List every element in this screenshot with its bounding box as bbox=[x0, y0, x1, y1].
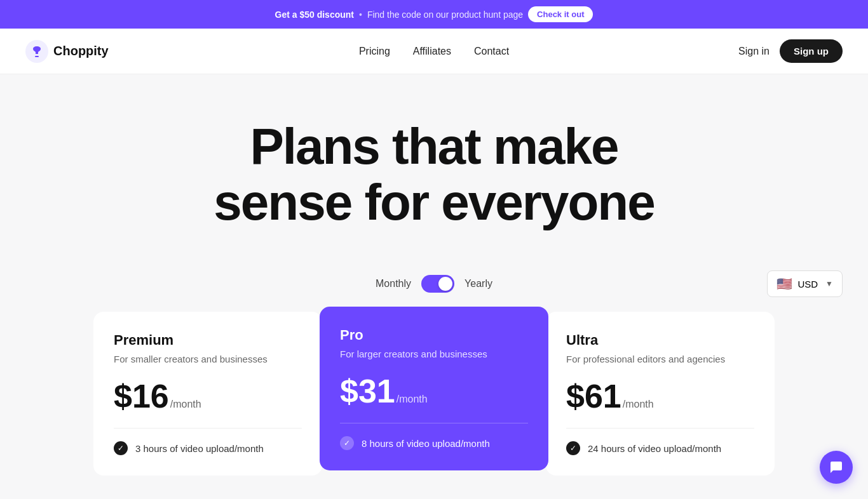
flag-icon: 🇺🇸 bbox=[776, 276, 792, 291]
banner-check-button[interactable]: Check it out bbox=[528, 6, 593, 22]
banner-text: Find the code on our product hunt page bbox=[367, 10, 523, 20]
plan-price-pro: $31 /month bbox=[340, 372, 528, 410]
plan-desc-pro: For larger creators and businesses bbox=[340, 349, 528, 359]
chat-bubble-button[interactable] bbox=[820, 451, 853, 476]
currency-label: USD bbox=[797, 279, 818, 289]
feature-text-ultra-1: 24 hours of video upload/month bbox=[588, 443, 721, 454]
logo-text: Choppity bbox=[53, 44, 109, 58]
pricing-cards: Premium For smaller creators and busines… bbox=[53, 312, 815, 476]
price-period-ultra: /month bbox=[623, 399, 654, 410]
sign-in-button[interactable]: Sign in bbox=[738, 46, 770, 57]
monthly-label: Monthly bbox=[376, 278, 411, 289]
card-divider-pro bbox=[340, 423, 528, 423]
feature-item-pro-1: ✓ 8 hours of video upload/month bbox=[340, 436, 528, 450]
logo[interactable]: Choppity bbox=[25, 40, 109, 63]
plan-desc-ultra: For professional editors and agencies bbox=[566, 354, 754, 364]
price-amount-ultra: $61 bbox=[566, 377, 621, 415]
chevron-down-icon: ▼ bbox=[825, 279, 833, 288]
plan-price-ultra: $61 /month bbox=[566, 377, 754, 415]
navigation: Choppity Pricing Affiliates Contact Sign… bbox=[0, 29, 868, 74]
banner-dot: • bbox=[359, 10, 362, 20]
currency-selector[interactable]: 🇺🇸 USD ▼ bbox=[767, 270, 843, 297]
chat-icon bbox=[829, 460, 844, 475]
feature-item-ultra-1: ✓ 24 hours of video upload/month bbox=[566, 441, 754, 455]
feature-text-pro-1: 8 hours of video upload/month bbox=[362, 438, 490, 449]
card-divider-ultra bbox=[566, 428, 754, 429]
check-icon-ultra-1: ✓ bbox=[566, 441, 580, 455]
feature-item-premium-1: ✓ 3 hours of video upload/month bbox=[114, 441, 302, 455]
hero-title: Plans that make sense for everyone bbox=[148, 119, 720, 230]
banner-discount: Get a $50 discount bbox=[275, 10, 354, 20]
promo-banner: Get a $50 discount • Find the code on ou… bbox=[0, 0, 868, 29]
plan-card-pro: Pro For larger creators and businesses $… bbox=[320, 307, 548, 470]
feature-text-premium-1: 3 hours of video upload/month bbox=[135, 443, 264, 454]
plan-price-premium: $16 /month bbox=[114, 377, 302, 415]
toggle-thumb bbox=[438, 277, 452, 291]
plan-name-ultra: Ultra bbox=[566, 332, 754, 349]
plan-card-premium: Premium For smaller creators and busines… bbox=[93, 312, 322, 476]
check-icon-premium-1: ✓ bbox=[114, 441, 128, 455]
logo-icon bbox=[25, 40, 48, 63]
billing-section: Monthly Yearly 🇺🇸 USD ▼ bbox=[0, 262, 868, 312]
nav-actions: Sign in Sign up bbox=[738, 39, 843, 63]
nav-link-pricing[interactable]: Pricing bbox=[359, 46, 390, 57]
plan-desc-premium: For smaller creators and businesses bbox=[114, 354, 302, 364]
plan-name-premium: Premium bbox=[114, 332, 302, 349]
svg-rect-1 bbox=[35, 56, 39, 57]
sign-up-button[interactable]: Sign up bbox=[780, 39, 843, 63]
nav-link-contact[interactable]: Contact bbox=[474, 46, 509, 57]
plan-card-ultra: Ultra For professional editors and agenc… bbox=[546, 312, 775, 476]
price-amount-pro: $31 bbox=[340, 372, 395, 410]
nav-link-affiliates[interactable]: Affiliates bbox=[413, 46, 451, 57]
billing-toggle[interactable] bbox=[421, 275, 454, 293]
price-period-pro: /month bbox=[397, 394, 428, 405]
card-divider-premium bbox=[114, 428, 302, 429]
yearly-label: Yearly bbox=[465, 278, 492, 289]
price-amount-premium: $16 bbox=[114, 377, 169, 415]
nav-links: Pricing Affiliates Contact bbox=[359, 46, 509, 57]
hero-section: Plans that make sense for everyone bbox=[0, 74, 868, 262]
check-icon-pro-1: ✓ bbox=[340, 436, 354, 450]
plan-name-pro: Pro bbox=[340, 327, 528, 343]
price-period-premium: /month bbox=[170, 399, 201, 410]
